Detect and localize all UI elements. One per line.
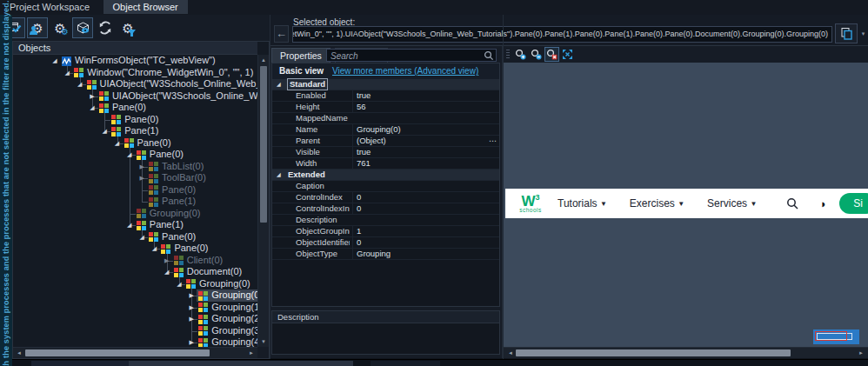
- object-image-view[interactable]: W3 schools Tutorials ▼Exercises ▼Service…: [504, 63, 868, 347]
- collapse-icon[interactable]: ◢: [174, 278, 184, 290]
- expand-icon[interactable]: ▶: [162, 255, 172, 267]
- bottom-tab-1[interactable]: [31, 361, 129, 366]
- bottom-tab-2[interactable]: [129, 361, 353, 366]
- tab-properties[interactable]: Properties: [271, 48, 331, 63]
- user-gear-icon[interactable]: ⚙: [27, 17, 48, 38]
- tree-item[interactable]: Pane(0): [13, 114, 257, 126]
- tree-item[interactable]: ◢Pane(0): [13, 137, 257, 150]
- tree-vertical-scrollbar[interactable]: ▲ ▼: [257, 55, 269, 347]
- tab-project-workspace[interactable]: Project Workspace: [0, 0, 99, 14]
- expand-icon[interactable]: ▶: [186, 336, 197, 347]
- property-row[interactable]: ObjectTypeGrouping: [272, 249, 499, 260]
- property-group-header[interactable]: ◢Extended: [272, 170, 499, 181]
- property-row[interactable]: MappedName: [272, 113, 499, 124]
- tree-item[interactable]: ◢WinFormsObject("TC_webView"): [13, 55, 257, 67]
- tree-item[interactable]: ◢Pane(0): [13, 231, 257, 243]
- collapse-icon[interactable]: ◢: [112, 137, 123, 150]
- zoom-in-icon[interactable]: [513, 47, 528, 62]
- property-row[interactable]: Description: [272, 215, 499, 226]
- tree-horizontal-scrollbar[interactable]: ◄ ►: [13, 347, 257, 358]
- property-row[interactable]: ObjectGroupIndex1: [272, 226, 499, 237]
- collapse-icon[interactable]: ◢: [99, 125, 110, 137]
- package-eye-icon[interactable]: [72, 17, 93, 38]
- expand-icon[interactable]: ▶: [186, 302, 197, 314]
- collapse-icon[interactable]: ◢: [62, 67, 72, 79]
- collapse-icon[interactable]: ◢: [124, 149, 135, 161]
- collapse-icon[interactable]: ◢: [75, 78, 85, 90]
- collapse-icon[interactable]: ◢: [162, 266, 172, 278]
- expand-icon[interactable]: ▶: [186, 289, 197, 302]
- collapse-icon[interactable]: ◢: [137, 231, 147, 243]
- refresh-icon[interactable]: [95, 17, 116, 38]
- property-row[interactable]: Parent(Object)⋯: [272, 136, 499, 147]
- tree-item[interactable]: ◢Pane(0): [13, 102, 257, 114]
- collapse-icon[interactable]: ◢: [124, 219, 135, 231]
- tree-hscroll-thumb[interactable]: [25, 349, 210, 356]
- bottom-tab-3[interactable]: [371, 361, 440, 366]
- tab-object-browser[interactable]: Object Browser: [103, 0, 188, 14]
- property-row[interactable]: Caption: [272, 181, 499, 192]
- tree-item[interactable]: Grouping(3): [13, 325, 257, 337]
- back-button[interactable]: ←: [274, 25, 289, 43]
- scroll-right-icon[interactable]: ►: [856, 348, 866, 358]
- tree-item[interactable]: ▶TabList(0): [13, 161, 257, 173]
- tree-vscroll-thumb[interactable]: [260, 66, 267, 223]
- scroll-down-icon[interactable]: ▼: [258, 336, 269, 347]
- tree-item[interactable]: ▶UIAObject("W3Schools_Online_Web_Tutoria…: [13, 90, 257, 103]
- advanced-view-link[interactable]: View more members (Advanced view): [332, 63, 478, 79]
- tree-item[interactable]: ▶Client(0): [13, 255, 257, 267]
- toolbar-drag-handle[interactable]: [506, 50, 510, 60]
- selected-object-path-input[interactable]: ebView").Window("Chrome_WidgetWin_0", ""…: [292, 26, 832, 43]
- leaf-marker: [186, 325, 197, 337]
- property-row[interactable]: ControlIndex0: [272, 192, 499, 203]
- collapse-icon[interactable]: ◢: [149, 243, 159, 255]
- tree-item[interactable]: ◢Pane(1): [13, 125, 257, 137]
- tree-item[interactable]: Pane(0): [13, 184, 257, 196]
- scroll-left-icon[interactable]: ◄: [505, 348, 516, 358]
- expand-icon[interactable]: ▶: [137, 161, 147, 173]
- preview-horizontal-scrollbar[interactable]: ◄ ►: [504, 347, 868, 358]
- fit-to-window-icon[interactable]: [560, 47, 575, 62]
- zoom-reset-icon[interactable]: [544, 47, 559, 62]
- gear-pair-icon[interactable]: ⚙ ⚙: [50, 17, 70, 38]
- collapse-icon[interactable]: ◢: [50, 55, 60, 67]
- scroll-left-icon[interactable]: ◄: [14, 348, 24, 358]
- property-row[interactable]: Visibletrue: [272, 147, 499, 158]
- copy-path-button[interactable]: [835, 23, 858, 43]
- tree-item[interactable]: ◢Pane(0): [13, 243, 257, 255]
- tree-item-label: Grouping(0): [197, 278, 253, 290]
- property-row[interactable]: NameGrouping(0): [272, 124, 499, 136]
- expand-icon[interactable]: ▶: [186, 313, 197, 325]
- property-row[interactable]: ControlIndexInGroup0: [272, 203, 499, 215]
- property-row[interactable]: Enabledtrue: [272, 90, 499, 102]
- tree-item[interactable]: ◢Grouping(0): [13, 278, 257, 290]
- preview-hscroll-thumb[interactable]: [516, 349, 791, 356]
- zoom-out-icon[interactable]: [529, 47, 544, 62]
- expand-icon[interactable]: ▶: [87, 90, 97, 103]
- tree-item[interactable]: ◢Document(0): [13, 266, 257, 278]
- expand-icon[interactable]: ▶: [137, 172, 147, 184]
- scroll-right-icon[interactable]: ►: [246, 348, 257, 358]
- scroll-up-icon[interactable]: ▲: [258, 55, 269, 65]
- property-search[interactable]: [326, 49, 497, 62]
- tree-item[interactable]: ◢UIAObject("W3Schools_Online_Web_Tutoria…: [13, 78, 257, 90]
- search-input[interactable]: [329, 50, 482, 63]
- tree-item[interactable]: ▶Grouping(1): [13, 302, 257, 314]
- gear-filter-icon[interactable]: ⚙: [117, 17, 138, 38]
- tree-item[interactable]: Pane(1): [13, 196, 257, 208]
- image-navigator[interactable]: [813, 329, 859, 344]
- collapse-icon[interactable]: ◢: [277, 79, 281, 90]
- property-row[interactable]: Width761: [272, 158, 499, 170]
- object-ellipsis-button[interactable]: ⋯: [489, 136, 497, 146]
- tree-item[interactable]: ▶ToolBar(0): [13, 172, 257, 184]
- tree-item[interactable]: ▶Grouping(4): [13, 336, 257, 347]
- collapse-icon[interactable]: ◢: [277, 170, 281, 180]
- property-group-header[interactable]: ◢Standard: [272, 79, 499, 90]
- property-row[interactable]: Height56: [272, 102, 499, 113]
- tree-item[interactable]: ▶Grouping(0): [13, 289, 257, 302]
- property-row[interactable]: ObjectIdentifier0: [272, 237, 499, 249]
- tree-item[interactable]: ▶Grouping(2): [13, 313, 257, 325]
- copy-dropdown-icon[interactable]: ▾: [858, 23, 868, 43]
- collapse-icon[interactable]: ◢: [87, 102, 97, 114]
- tree-item[interactable]: ◢Window("Chrome_WidgetWin_0", "", 1): [13, 67, 257, 79]
